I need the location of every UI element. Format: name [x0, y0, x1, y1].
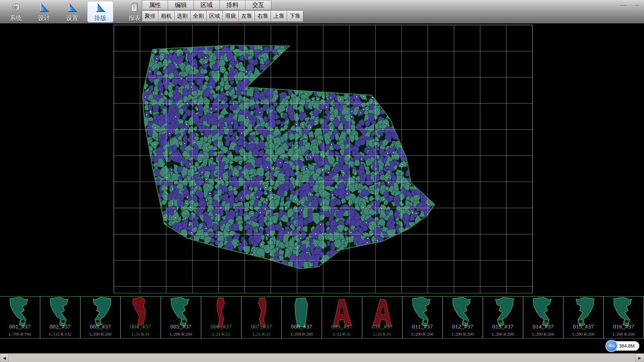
nav-tab-settings[interactable]: 设置: [59, 0, 85, 23]
piece-name: 002_#37: [40, 323, 80, 330]
piece-name: 010_#37: [362, 323, 402, 330]
piece-lr-count: L:200 R:200: [80, 331, 120, 337]
piece-thumbnail[interactable]: 007_#37 L:21 R:21: [241, 297, 282, 338]
toolbar-button[interactable]: 瑕疵: [222, 10, 239, 22]
piece-name: 012_#37: [443, 323, 483, 330]
nav-tab-design[interactable]: 设计: [31, 0, 57, 23]
piece-thumbnail[interactable]: 006_#37 L:21 R:21: [201, 297, 241, 338]
nesting-workspace: [0, 23, 644, 296]
scroll-right-button[interactable]: ▶: [635, 354, 644, 362]
piece-lr-count: L:33 R:31: [362, 331, 402, 337]
piece-filmstrip: 001_#37 L:700 R:700 002_#37 L:132 R:132 …: [0, 296, 644, 339]
piece-lr-count: L:132 R:132: [40, 331, 80, 337]
piece-name: 011_#37: [402, 323, 442, 330]
piece-name: 006_#37: [201, 323, 241, 330]
toolbar-button[interactable]: 右靠: [255, 10, 271, 22]
piece-thumbnail[interactable]: 008_#37 L:200 R:200: [282, 297, 322, 338]
piece-lr-count: L:32 R:31: [322, 331, 362, 337]
piece-name: 008_#37: [282, 323, 322, 330]
report-icon: [129, 1, 140, 13]
piece-thumbnail[interactable]: 005_#37 L:200 R:200: [161, 297, 201, 338]
piece-name: 009_#37: [322, 323, 362, 330]
toolbar-button[interactable]: 区域: [206, 10, 223, 22]
piece-lr-count: L:200 R:200: [443, 331, 483, 337]
nav-tab-system[interactable]: 系统: [3, 0, 29, 23]
toolbar-button[interactable]: 聚排: [142, 10, 158, 22]
piece-thumbnail[interactable]: 016_#37 L:200 R:200: [604, 297, 644, 338]
sail-icon: [95, 1, 106, 13]
toolbar-button[interactable]: 上靠: [271, 10, 287, 22]
piece-thumbnail[interactable]: 010_#37 L:33 R:31: [362, 297, 402, 338]
piece-name: 013_#37: [483, 323, 523, 330]
menubar-item[interactable]: 排料: [219, 0, 246, 10]
piece-thumbnail[interactable]: 004_#37 L:31 R:31: [121, 297, 161, 338]
nav-tabs: 系统 设计 设置 排版 报表: [3, 0, 148, 23]
titlebar: 系统 设计 设置 排版 报表 属性编辑区域排料交互 聚排相机选割全割区域瑕疵左靠…: [0, 0, 644, 23]
nav-tab-layout[interactable]: 排版: [87, 1, 113, 22]
window-controls: — ×: [619, 1, 641, 7]
piece-name: 001_#37: [0, 323, 40, 330]
piece-thumbnail[interactable]: 001_#37 L:700 R:700: [0, 297, 40, 338]
piece-lr-count: L:31 R:31: [121, 331, 161, 337]
status-row: 38% 384.8M: [0, 339, 644, 353]
piece-name: 016_#37: [604, 323, 644, 330]
close-button[interactable]: ×: [633, 1, 641, 7]
piece-lr-count: L:700 R:700: [0, 331, 40, 337]
piece-lr-count: L:200 R:200: [282, 331, 322, 337]
piece-thumbnail[interactable]: 011_#37 L:200 R:200: [402, 297, 443, 338]
piece-lr-count: L:200 R:200: [483, 331, 523, 337]
toolbar-button[interactable]: 选割: [174, 10, 191, 22]
piece-thumbnail[interactable]: 014_#37 L:200 R:200: [523, 297, 564, 338]
gear-icon: [10, 1, 21, 13]
piece-thumbnail[interactable]: 009_#37 L:32 R:31: [322, 297, 362, 338]
minimize-button[interactable]: —: [619, 1, 627, 7]
piece-lr-count: L:21 R:21: [201, 331, 241, 337]
menubar-item[interactable]: 属性: [142, 0, 168, 10]
menubar-item[interactable]: 区域: [194, 0, 220, 10]
piece-name: 007_#37: [241, 323, 281, 330]
menubar-item[interactable]: 编辑: [168, 0, 194, 10]
toolbar-button[interactable]: 相机: [158, 10, 174, 22]
piece-thumbnail[interactable]: 015_#37 L:200 R:200: [564, 297, 604, 338]
scroll-track[interactable]: [9, 354, 635, 362]
piece-lr-count: L:200 R:200: [402, 331, 442, 337]
menubar-item[interactable]: 交互: [245, 0, 271, 10]
piece-thumbnail[interactable]: 002_#37 L:132 R:132: [40, 297, 80, 338]
piece-lr-count: L:200 R:200: [523, 331, 563, 337]
toolbar-row: 聚排相机选割全割区域瑕疵左靠右靠上靠下靠: [142, 10, 303, 22]
toolbar-button[interactable]: 左靠: [238, 10, 255, 22]
menubar-row: 属性编辑区域排料交互: [142, 0, 303, 10]
piece-thumbnail[interactable]: 003_#37 L:200 R:200: [80, 297, 121, 338]
piece-lr-count: L:200 R:200: [564, 331, 603, 337]
scroll-left-button[interactable]: ◀: [0, 354, 9, 362]
piece-name: 015_#37: [564, 323, 603, 330]
piece-lr-count: L:200 R:200: [161, 331, 201, 337]
nesting-canvas[interactable]: [0, 23, 644, 296]
horizontal-scrollbar: ◀ ▶: [0, 353, 644, 362]
piece-name: 005_#37: [161, 323, 201, 330]
piece-lr-count: L:200 R:200: [604, 331, 644, 337]
piece-name: 003_#37: [80, 323, 120, 330]
piece-name: 004_#37: [121, 323, 161, 330]
toolbar-button[interactable]: 全割: [190, 10, 207, 22]
sail-icon: [39, 1, 49, 13]
toolbar-button[interactable]: 下靠: [287, 10, 303, 22]
sail-icon: [67, 1, 77, 13]
memory-badge: 38% 384.8M: [605, 340, 639, 352]
piece-thumbnail[interactable]: 012_#37 L:200 R:200: [443, 297, 483, 338]
piece-thumbnail[interactable]: 013_#37 L:200 R:200: [483, 297, 523, 338]
piece-name: 014_#37: [523, 323, 563, 330]
piece-lr-count: L:21 R:21: [241, 331, 281, 337]
menu-area: 属性编辑区域排料交互 聚排相机选割全割区域瑕疵左靠右靠上靠下靠: [142, 0, 303, 22]
